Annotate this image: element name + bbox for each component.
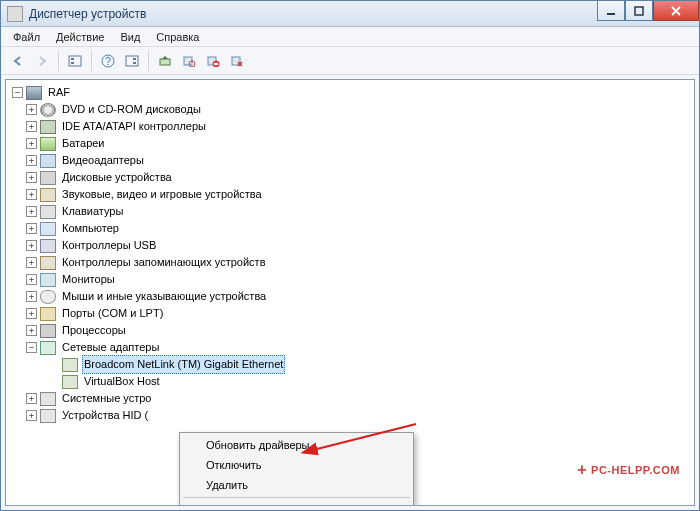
expand-icon[interactable]: + [26,274,37,285]
battery-icon [40,137,56,151]
pc-icon [40,222,56,236]
expand-icon[interactable]: + [26,240,37,251]
menu-view[interactable]: Вид [114,29,146,45]
watermark-text: PC-HELPP.COM [591,464,680,476]
root-label: RAF [46,84,72,101]
tb-help[interactable]: ? [97,50,119,72]
tree-item-label[interactable]: VirtualBox Host [82,373,162,390]
network-icon [40,341,56,355]
expand-icon[interactable]: + [26,393,37,404]
collapse-icon[interactable]: − [12,87,23,98]
tree-item-label[interactable]: Процессоры [60,322,128,339]
tb-update[interactable] [154,50,176,72]
ctx-rescan[interactable]: Обновить конфигурацию оборудования [182,500,411,506]
close-button[interactable] [653,1,699,21]
tree-item: +Видеоадаптеры [8,152,692,169]
ctx-remove[interactable]: Удалить [182,475,411,495]
expand-icon[interactable]: + [26,121,37,132]
tb-uninstall[interactable] [226,50,248,72]
port-icon [40,307,56,321]
tree-item-label[interactable]: Устройства HID ( [60,407,150,424]
tree-item-label[interactable]: Контроллеры USB [60,237,158,254]
tree-root[interactable]: − RAF [8,84,692,101]
tree-item-label-selected[interactable]: Broadcom NetLink (TM) Gigabit Ethernet [82,355,285,374]
tree-item-label[interactable]: IDE ATA/ATAPI контроллеры [60,118,208,135]
tree-item-label[interactable]: Порты (COM и LPT) [60,305,165,322]
tree-item-label[interactable]: Мыши и иные указывающие устройства [60,288,268,305]
maximize-button[interactable] [625,1,653,21]
menu-bar: Файл Действие Вид Справка [1,27,699,47]
tree-item-network: −Сетевые адаптеры [8,339,692,356]
tree-item-label[interactable]: Компьютер [60,220,121,237]
tree-item: +IDE ATA/ATAPI контроллеры [8,118,692,135]
tree-item-label[interactable]: Дисковые устройства [60,169,174,186]
expand-icon[interactable]: + [26,325,37,336]
cpu-icon [40,324,56,338]
tree-item: +Компьютер [8,220,692,237]
tb-show-icons-2[interactable] [121,50,143,72]
tree-item-label[interactable]: Мониторы [60,271,117,288]
video-icon [40,154,56,168]
expand-icon[interactable]: + [26,138,37,149]
tb-disable[interactable] [202,50,224,72]
tb-back[interactable] [7,50,29,72]
expand-icon[interactable]: + [26,410,37,421]
title-bar[interactable]: Диспетчер устройств [1,1,699,27]
content-area: − RAF +DVD и CD-ROM дисководы +IDE ATA/A… [1,75,699,510]
tree-item-label[interactable]: Видеоадаптеры [60,152,146,169]
adapter-icon [62,375,78,389]
expand-icon[interactable]: + [26,206,37,217]
expand-icon[interactable]: + [26,257,37,268]
expand-icon[interactable]: + [26,189,37,200]
ctx-disable[interactable]: Отключить [182,455,411,475]
tree-item-label[interactable]: Сетевые адаптеры [60,339,161,356]
tree-item-label[interactable]: Системные устро [60,390,154,407]
tree-item: +Клавиатуры [8,203,692,220]
tree-item: +Мыши и иные указывающие устройства [8,288,692,305]
tree-item: +Мониторы [8,271,692,288]
menu-action[interactable]: Действие [50,29,110,45]
svg-rect-4 [71,62,74,64]
svg-rect-9 [133,62,136,64]
watermark: + PC-HELPP.COM [577,461,680,479]
window-title: Диспетчер устройств [29,7,146,21]
expand-icon[interactable]: + [26,172,37,183]
tb-scan[interactable] [178,50,200,72]
svg-text:?: ? [105,55,111,67]
plus-icon: + [577,461,587,479]
tb-view-icons[interactable] [64,50,86,72]
expand-icon[interactable]: + [26,155,37,166]
expand-icon[interactable]: + [26,223,37,234]
app-icon [7,6,23,22]
context-menu: Обновить драйверы... Отключить Удалить О… [179,432,414,506]
device-manager-window: Диспетчер устройств Файл Действие Вид Сп… [0,0,700,511]
menu-help[interactable]: Справка [150,29,205,45]
chip-icon [40,120,56,134]
device-tree[interactable]: − RAF +DVD и CD-ROM дисководы +IDE ATA/A… [5,79,695,506]
tree-item-label[interactable]: Звуковые, видео и игровые устройства [60,186,264,203]
svg-rect-10 [160,59,170,65]
tree-item: +Процессоры [8,322,692,339]
svg-rect-1 [635,7,643,15]
tree-item: +Дисковые устройства [8,169,692,186]
tree-item-label[interactable]: DVD и CD-ROM дисководы [60,101,203,118]
tb-forward[interactable] [31,50,53,72]
usb-icon [40,239,56,253]
expand-icon[interactable]: + [26,104,37,115]
expand-icon[interactable]: + [26,308,37,319]
tree-item-label[interactable]: Клавиатуры [60,203,125,220]
system-icon [40,392,56,406]
svg-rect-0 [607,13,615,15]
menu-file[interactable]: Файл [7,29,46,45]
expand-icon[interactable]: + [26,291,37,302]
minimize-button[interactable] [597,1,625,21]
collapse-icon[interactable]: − [26,342,37,353]
svg-rect-3 [71,58,74,60]
disk-icon [40,171,56,185]
tree-item: +Звуковые, видео и игровые устройства [8,186,692,203]
ctx-update-drivers[interactable]: Обновить драйверы... [182,435,411,455]
tree-item-label[interactable]: Батареи [60,135,107,152]
mouse-icon [40,290,56,304]
keyboard-icon [40,205,56,219]
tree-item-label[interactable]: Контроллеры запоминающих устройств [60,254,267,271]
